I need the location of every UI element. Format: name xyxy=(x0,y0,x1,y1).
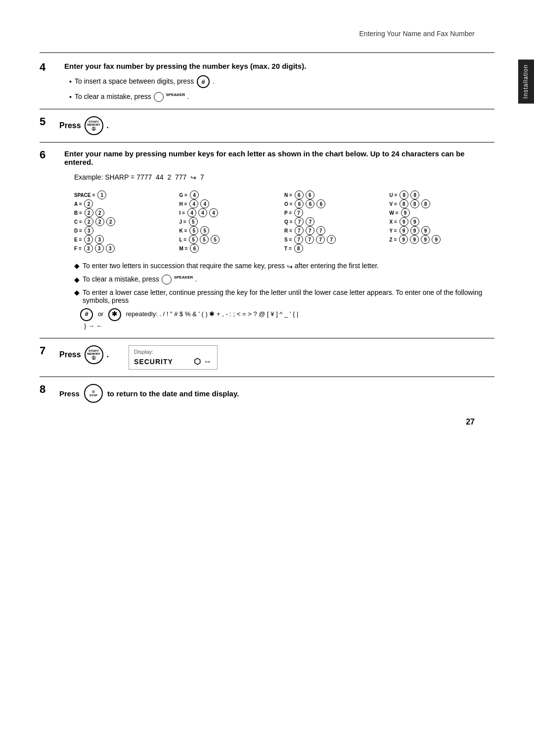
key-6o2: 6 xyxy=(306,199,314,208)
char-j: J =5 xyxy=(179,217,275,226)
key-2c3: 2 xyxy=(106,217,115,226)
key-9x1: 9 xyxy=(400,217,408,226)
key-9y2: 9 xyxy=(410,226,419,235)
key-4i3: 4 xyxy=(209,208,218,217)
display-box: Display: SECURITY ⬡ ↔ xyxy=(129,345,218,370)
diamond-1-text: To enter two letters in succession that … xyxy=(83,262,379,270)
bullet-4-1: • To insert a space between digits, pres… xyxy=(69,75,494,88)
side-tab: Installation xyxy=(518,59,534,103)
diamond-1: ◆ xyxy=(74,262,80,270)
symbols-text: repeatedly: . / ! " # $ % & ' ( ) ✱ + , … xyxy=(126,310,298,318)
divider-top xyxy=(40,52,494,53)
stop-button[interactable]: ⊙ STOP xyxy=(84,384,103,403)
key-6o1: 6 xyxy=(295,199,304,208)
key-9y3: 9 xyxy=(421,226,430,235)
key-7q1: 7 xyxy=(295,217,304,226)
star-key: ✱ xyxy=(108,308,121,321)
step-8: 8 Press ⊙ STOP to return to the date and… xyxy=(40,384,494,403)
rule-after-6 xyxy=(40,338,494,338)
bullet-4-2-text: To clear a mistake, press SPEAKER . xyxy=(75,92,189,102)
key-7r3: 7 xyxy=(316,226,325,235)
or-text: or xyxy=(98,310,104,318)
diamond-2-text: To clear a mistake, press SPEAKER . xyxy=(83,275,197,284)
step-5-number: 5 xyxy=(40,116,45,127)
step-5-press-label: Press xyxy=(59,121,81,130)
page-header: Entering Your Name and Fax Number xyxy=(40,30,494,38)
char-w: W =9 xyxy=(390,208,485,217)
char-g: G =4 xyxy=(179,190,275,199)
key-8u2: 8 xyxy=(410,190,419,199)
key-5l3: 5 xyxy=(211,235,220,244)
char-u: U =88 xyxy=(390,190,485,199)
key-9z2: 9 xyxy=(410,235,419,244)
page-number: 27 xyxy=(40,418,494,426)
example-suffix: 7 xyxy=(198,173,204,181)
bullet-dot-1: • xyxy=(69,78,72,86)
rule-after-5 xyxy=(40,142,494,142)
char-z: Z =9999 xyxy=(390,235,485,244)
char-o: O =666 xyxy=(284,199,380,208)
char-r: R =777 xyxy=(284,226,380,235)
char-n: N =66 xyxy=(284,190,380,199)
key-2b1: 2 xyxy=(85,208,93,217)
char-f: F =333 xyxy=(74,244,170,253)
header-title: Entering Your Name and Fax Number xyxy=(359,30,475,38)
diamond-bullet-1: ◆ To enter two letters in succession tha… xyxy=(74,262,494,270)
key-4g: 4 xyxy=(190,190,199,199)
key-7p: 7 xyxy=(294,208,303,217)
display-label: Display: xyxy=(134,349,212,355)
step-6-content: Enter your name by pressing number keys … xyxy=(64,149,494,331)
char-p: P =7 xyxy=(284,208,380,217)
char-d: D =3 xyxy=(74,226,170,235)
key-6o3: 6 xyxy=(316,199,325,208)
key-7s4: 7 xyxy=(327,235,336,244)
succession-arrow: ↩ xyxy=(287,263,293,271)
rule-after-7 xyxy=(40,377,494,377)
key-5k1: 5 xyxy=(189,226,198,235)
char-b: B =22 xyxy=(74,208,170,217)
start-memory-button-7[interactable]: START/MEMORY ① xyxy=(85,345,103,364)
example-text: Example: SHARP = 7777 44 2 777 xyxy=(74,173,188,181)
key-7q2: 7 xyxy=(306,217,314,226)
key-3d: 3 xyxy=(85,226,93,235)
side-tab-label: Installation xyxy=(522,64,529,98)
key-2c2: 2 xyxy=(95,217,104,226)
key-7r1: 7 xyxy=(295,226,304,235)
step-6-diamond-bullets: ◆ To enter two letters in succession tha… xyxy=(69,262,494,304)
example-arrow: ↩ xyxy=(190,174,196,182)
char-col-2: G =4 H =44 I =444 J =5 K =55 L =555 M =6 xyxy=(179,190,275,253)
key-4i1: 4 xyxy=(187,208,196,217)
symbols-block: # or ✱ repeatedly: . / ! " # $ % & ' ( )… xyxy=(79,308,494,331)
char-e: E =33 xyxy=(74,235,170,244)
key-8v3: 8 xyxy=(421,199,430,208)
char-space: SPACE =1 xyxy=(74,190,170,199)
step-7-row: Press START/MEMORY ① . Display: SECURITY… xyxy=(59,345,494,370)
char-c: C =222 xyxy=(74,217,170,226)
char-h: H =44 xyxy=(179,199,275,208)
step-7-left: Press START/MEMORY ① . xyxy=(59,345,109,364)
display-value-row: SECURITY ⬡ ↔ xyxy=(134,357,212,366)
step-7-press-label: Press xyxy=(59,350,81,359)
key-6n1: 6 xyxy=(295,190,304,199)
char-i: I =444 xyxy=(179,208,275,217)
char-q: Q =77 xyxy=(284,217,380,226)
step-7-period: . xyxy=(107,350,109,359)
char-s: S =7777 xyxy=(284,235,380,244)
key-5l2: 5 xyxy=(200,235,209,244)
key-7r2: 7 xyxy=(306,226,314,235)
char-y: Y =999 xyxy=(390,226,485,235)
key-9y1: 9 xyxy=(400,226,408,235)
char-col-3: N =66 O =666 P =7 Q =77 R =777 S =7777 T… xyxy=(284,190,380,253)
start-memory-button-5[interactable]: START/MEMORY ① xyxy=(85,116,103,135)
display-arrow: ⬡ ↔ xyxy=(194,357,212,366)
rule-after-4 xyxy=(40,109,494,109)
char-col-4: U =88 V =888 W =9 X =99 Y =999 Z =9999 xyxy=(390,190,485,253)
key-8v2: 8 xyxy=(410,199,419,208)
key-8t: 8 xyxy=(294,244,303,253)
step-5-period: . xyxy=(107,121,109,130)
diamond-3: ◆ xyxy=(74,288,80,296)
symbols-text-2: } → ← xyxy=(84,322,103,330)
key-7s2: 7 xyxy=(305,235,314,244)
step-6-title: Enter your name by pressing number keys … xyxy=(64,149,494,166)
speaker-key xyxy=(154,92,164,102)
